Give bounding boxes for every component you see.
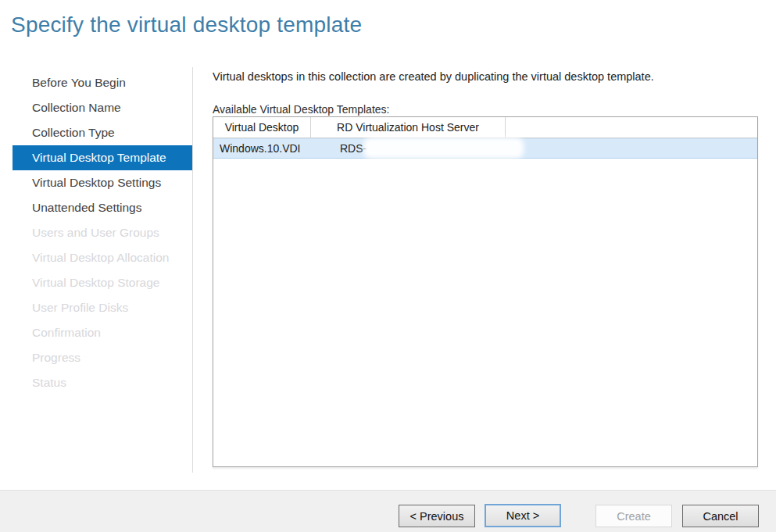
sidebar-item-users-and-user-groups: Users and User Groups xyxy=(13,220,193,245)
sidebar-item-user-profile-disks: User Profile Disks xyxy=(13,295,193,320)
sidebar-content-divider xyxy=(192,67,193,473)
column-header-rd-virtualization-host-server[interactable]: RD Virtualization Host Server xyxy=(311,117,506,137)
cancel-button[interactable]: Cancel xyxy=(682,505,759,527)
previous-button[interactable]: < Previous xyxy=(399,505,475,527)
sidebar-item-virtual-desktop-template[interactable]: Virtual Desktop Template xyxy=(13,145,193,170)
sidebar-item-status: Status xyxy=(13,370,193,395)
templates-table-header: Virtual Desktop RD Virtualization Host S… xyxy=(213,117,757,138)
sidebar-item-virtual-desktop-storage: Virtual Desktop Storage xyxy=(13,270,193,295)
column-header-virtual-desktop[interactable]: Virtual Desktop xyxy=(213,117,311,137)
page-title: Specify the virtual desktop template xyxy=(11,12,362,37)
templates-table-label: Available Virtual Desktop Templates: xyxy=(213,103,389,116)
templates-table: Virtual Desktop RD Virtualization Host S… xyxy=(213,116,758,467)
cell-host-server-name: RDS- xyxy=(311,139,367,158)
sidebar-item-collection-name[interactable]: Collection Name xyxy=(13,95,193,120)
sidebar-item-confirmation: Confirmation xyxy=(13,320,193,345)
wizard-steps-sidebar: Before You Begin Collection Name Collect… xyxy=(13,70,193,395)
create-button: Create xyxy=(595,505,672,527)
cell-virtual-desktop-name: Windows.10.VDI xyxy=(213,139,311,158)
table-row-selected-template[interactable]: Windows.10.VDI RDS- xyxy=(213,138,757,159)
sidebar-item-virtual-desktop-settings[interactable]: Virtual Desktop Settings xyxy=(13,170,193,195)
sidebar-item-virtual-desktop-allocation: Virtual Desktop Allocation xyxy=(13,245,193,270)
column-header-empty[interactable] xyxy=(506,117,757,137)
sidebar-item-unattended-settings[interactable]: Unattended Settings xyxy=(13,195,193,220)
wizard-window: Specify the virtual desktop template Bef… xyxy=(0,0,776,532)
host-server-redaction-blur xyxy=(363,137,524,159)
sidebar-item-before-you-begin[interactable]: Before You Begin xyxy=(13,70,193,95)
description-text: Virtual desktops in this collection are … xyxy=(213,70,654,83)
sidebar-item-collection-type[interactable]: Collection Type xyxy=(13,120,193,145)
next-button[interactable]: Next > xyxy=(485,504,561,527)
sidebar-item-progress: Progress xyxy=(13,345,193,370)
